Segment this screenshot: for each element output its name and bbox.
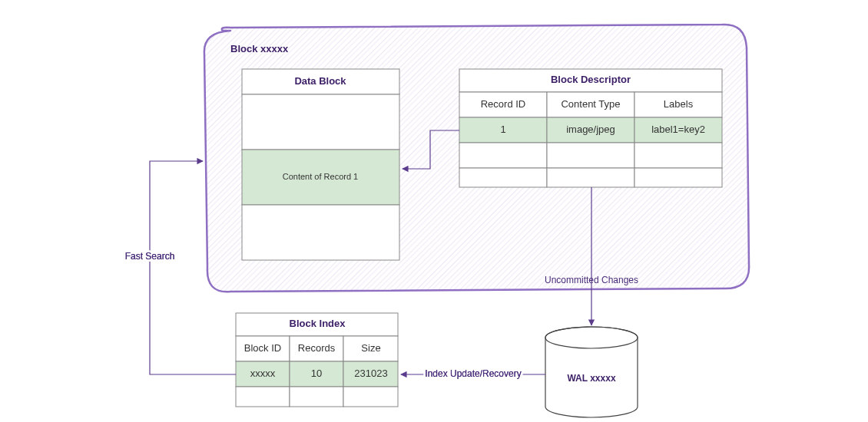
svg-rect-26 [343, 387, 398, 407]
desc-header-1: Content Type [561, 98, 620, 110]
block-descriptor-title: Block Descriptor [551, 74, 631, 85]
block-descriptor: Block Descriptor Record ID Content Type … [459, 69, 722, 187]
data-block: Data Block Content of Record 1 [242, 69, 399, 260]
idx-header-2: Size [361, 342, 380, 354]
svg-text:Fast Search: Fast Search [125, 251, 175, 262]
idx-header-1: Records [298, 342, 336, 354]
desc-cell-2: label1=key2 [651, 124, 705, 135]
idx-header-0: Block ID [244, 342, 281, 354]
data-block-row-empty-1 [242, 94, 399, 150]
idx-cell-2: 231023 [354, 368, 387, 379]
svg-text:Index Update/Recovery: Index Update/Recovery [425, 368, 521, 379]
svg-point-27 [545, 327, 638, 348]
desc-header-0: Record ID [481, 98, 526, 110]
svg-rect-12 [547, 143, 634, 168]
svg-rect-24 [236, 387, 290, 407]
label-uncommitted: Uncommitted Changes [545, 275, 638, 285]
svg-rect-13 [634, 143, 722, 168]
idx-cell-0: xxxxx [250, 368, 276, 379]
block-index: Block Index Block ID Records Size xxxxx … [236, 313, 398, 407]
desc-header-2: Labels [664, 98, 694, 110]
data-block-title: Data Block [294, 75, 346, 87]
block-index-title: Block Index [290, 318, 346, 329]
data-block-record-label: Content of Record 1 [283, 172, 358, 181]
block-container-title: Block xxxxx [230, 43, 289, 54]
wal-title: WAL xxxxx [567, 373, 615, 384]
svg-rect-15 [547, 168, 634, 187]
wal-cylinder: WAL xxxxx [545, 327, 638, 417]
svg-rect-14 [459, 168, 547, 187]
idx-cell-1: 10 [311, 368, 322, 379]
svg-rect-16 [634, 168, 722, 187]
desc-cell-1: image/jpeg [566, 124, 615, 135]
svg-rect-25 [290, 387, 343, 407]
svg-rect-11 [459, 143, 547, 168]
desc-cell-0: 1 [500, 124, 505, 135]
data-block-row-empty-2 [242, 205, 399, 260]
